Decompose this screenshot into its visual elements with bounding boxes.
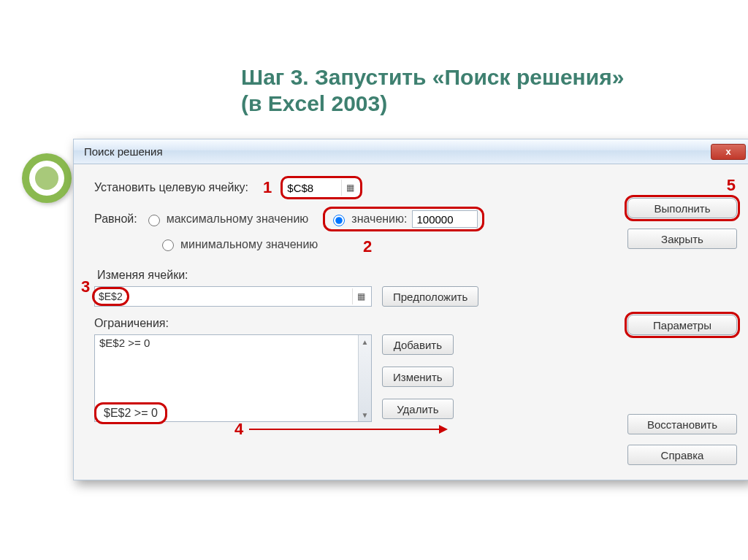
solver-dialog: Поиск решения x 5 Выполнить Закрыть Пара… (73, 139, 748, 480)
add-constraint-button[interactable]: Добавить (382, 334, 454, 355)
help-button[interactable]: Справка (627, 445, 737, 465)
scroll-down-icon[interactable]: ▼ (359, 408, 371, 421)
step-5-marker: 5 (627, 176, 736, 195)
radio-max-input[interactable] (148, 215, 160, 226)
changing-cells-highlight: $E$2 (92, 287, 129, 306)
radio-max-label: максимальному значению (167, 212, 309, 226)
target-cell-label: Установить целевую ячейку: (94, 181, 248, 194)
radio-value-input[interactable] (333, 215, 345, 226)
radio-value-label: значению: (351, 212, 407, 226)
changing-cells-input[interactable] (129, 287, 352, 306)
radio-min-input[interactable] (162, 239, 174, 251)
delete-constraint-button[interactable]: Удалить (382, 399, 454, 419)
radio-value[interactable]: значению: (329, 212, 407, 226)
constraint-highlight: $E$2 >= 0 (94, 402, 167, 424)
radio-min-label: минимальному значению (180, 238, 318, 251)
step-4-marker: 4 (234, 420, 243, 439)
bullet-decor (22, 153, 73, 204)
scrollbar[interactable]: ▲ ▼ (358, 335, 371, 421)
scroll-up-icon[interactable]: ▲ (359, 335, 371, 348)
radio-min[interactable]: минимальному значению (159, 237, 318, 251)
titlebar[interactable]: Поиск решения x (74, 139, 748, 164)
run-button[interactable]: Выполнить (627, 198, 737, 218)
ref-picker-icon[interactable]: ▦ (341, 180, 359, 196)
target-cell-input-wrap: ▦ (282, 177, 361, 198)
dialog-title: Поиск решения (84, 145, 711, 158)
ref-picker-icon[interactable]: ▦ (352, 288, 370, 304)
value-group: значению: (323, 207, 484, 231)
step-2-marker: 2 (363, 237, 372, 256)
dialog-body: 5 Выполнить Закрыть Параметры Восстанови… (74, 164, 748, 480)
close-icon: x (725, 146, 730, 157)
equal-label: Равной: (94, 212, 137, 226)
close-dialog-button[interactable]: Закрыть (627, 229, 737, 249)
step-1-marker: 1 (263, 178, 272, 197)
target-cell-input[interactable] (283, 178, 341, 197)
radio-max[interactable]: максимальному значению (145, 212, 309, 226)
changing-cells-wrap: $E$2 ▦ (94, 286, 372, 307)
change-constraint-button[interactable]: Изменить (382, 367, 454, 387)
guess-button[interactable]: Предположить (382, 286, 478, 307)
arrow-icon (249, 429, 446, 430)
step-3-marker: 3 (81, 277, 90, 296)
target-value-input[interactable] (412, 210, 478, 228)
slide-heading: Шаг 3. Запустить «Поиск решения» (в Exce… (241, 64, 650, 117)
changing-cells-value: $E$2 (99, 291, 123, 302)
constraint-item[interactable]: $E$2 >= 0 (95, 335, 371, 350)
close-button[interactable]: x (711, 144, 746, 160)
options-button[interactable]: Параметры (627, 315, 737, 335)
restore-button[interactable]: Восстановить (627, 414, 737, 434)
